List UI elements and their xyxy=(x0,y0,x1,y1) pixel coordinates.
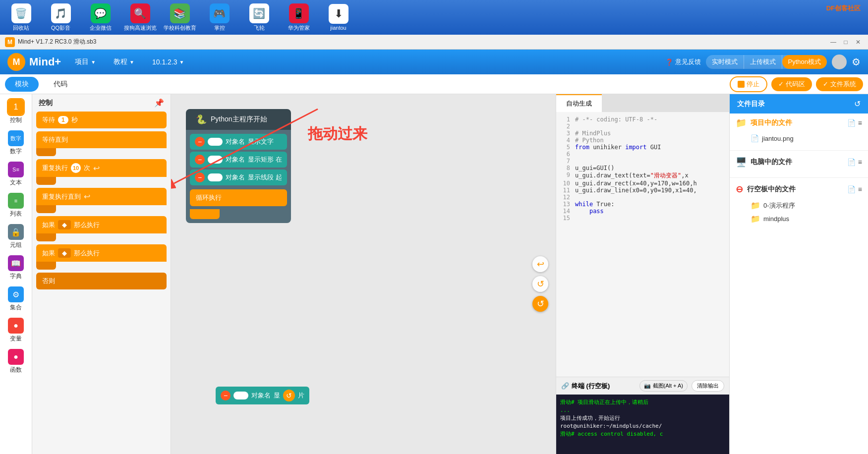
minus-btn-1[interactable]: − xyxy=(195,137,205,147)
cat-dict[interactable]: 📖 字典 xyxy=(2,253,30,283)
folder-item-demo[interactable]: 📁 0-演示程序 xyxy=(736,199,862,212)
terminal-line-3: 项目上传成功，开始运行 xyxy=(560,414,725,422)
upload-to-board-button[interactable]: 📄 xyxy=(847,185,856,193)
computer-menu-button[interactable]: ≡ xyxy=(858,158,862,166)
taskbar-item-sogou[interactable]: 🔍 搜狗高速浏览 xyxy=(124,3,156,32)
cat-number[interactable]: 数字 数字 xyxy=(2,128,30,158)
block-repeat-times[interactable]: 重复执行 10 次 ↩ xyxy=(36,159,167,177)
cat-text[interactable]: S≡ 文本 xyxy=(2,159,30,189)
upload-to-computer-button[interactable]: 📄 xyxy=(847,158,856,166)
block-else[interactable]: 否则 xyxy=(36,273,167,289)
code-line-2: 2 xyxy=(560,123,725,130)
computer-files-title: 🖥️ 电脑中的文件 xyxy=(736,157,792,168)
realtime-mode-button[interactable]: 实时模式 xyxy=(706,55,744,69)
cat-control[interactable]: 1 控制 xyxy=(2,97,30,127)
screenshot-button[interactable]: 📷 截图(Alt + A) xyxy=(639,380,688,392)
code-row-1[interactable]: − 对象名 显示文字 xyxy=(190,134,287,150)
minimize-button[interactable]: — xyxy=(828,37,838,47)
cat-list-label: 列表 xyxy=(10,210,22,218)
upload-to-project-button[interactable]: 📄 xyxy=(847,119,856,127)
project-menu[interactable]: 项目 ▼ xyxy=(71,55,100,69)
cat-var[interactable]: ● 变量 xyxy=(2,315,30,345)
block-if-then2[interactable]: 如果 ◆ 那么执行 xyxy=(36,244,167,262)
taskbar-item-qqmusic[interactable]: 🎵 QQ影音 xyxy=(45,3,77,32)
code-line-4: 4# Python xyxy=(560,137,725,144)
cat-list[interactable]: ≡ 列表 xyxy=(2,190,30,221)
feedback-button[interactable]: ❓ 意见反馈 xyxy=(665,57,701,66)
minus-btn-2[interactable]: − xyxy=(195,155,205,165)
code-line-8: 8u_gui=GUI() xyxy=(560,165,725,171)
terminal-body[interactable]: 滑动# 项目滑动正在上传中，请稍后 ... 项目上传成功，开始运行 root@u… xyxy=(556,395,729,454)
cat-tuple[interactable]: 🔒 元组 xyxy=(2,222,30,252)
taskbar-item-wechat[interactable]: 💬 企业微信 xyxy=(84,3,116,32)
toggle-1[interactable] xyxy=(208,138,223,146)
logo-text: Mind+ xyxy=(29,56,61,68)
taskbar-item-recycle[interactable]: 🗑️ 回收站 xyxy=(5,3,37,32)
check-icon: ✓ xyxy=(778,80,784,88)
cat-func[interactable]: ● 函数 xyxy=(2,346,30,377)
code-row-2[interactable]: − 对象名 显示矩形 在 xyxy=(190,152,287,168)
taskbar-item-jiantou[interactable]: ⬇ jiantou xyxy=(322,4,354,31)
user-avatar[interactable] xyxy=(832,55,847,69)
taskbar-item-flywheel[interactable]: 🔄 飞轮 xyxy=(243,3,275,32)
block-wait-seconds[interactable]: 等待 1 秒 xyxy=(36,112,167,128)
scroll-refresh-button[interactable]: ↺ xyxy=(532,276,548,292)
close-button[interactable]: ✕ xyxy=(853,37,863,47)
board-menu-button[interactable]: ≡ xyxy=(858,185,862,193)
file-item-jiantou[interactable]: 📄 jiantou.png xyxy=(736,132,862,144)
taskbar-item-education[interactable]: 📚 学校科创教育 xyxy=(164,3,196,32)
project-menu-button[interactable]: ≡ xyxy=(858,119,862,127)
workspace[interactable]: 🐍 Python主程序开始 − 对象名 显示文字 − 对象名 显示矩形 在 − xyxy=(171,94,556,454)
toggle-3[interactable] xyxy=(208,173,223,181)
file-system-button[interactable]: ✓ 文件系统 xyxy=(816,77,863,91)
block-repeat-until[interactable]: 重复执行直到 ↩ xyxy=(36,188,167,205)
block-wait-until[interactable]: 等待直到 xyxy=(36,131,167,148)
cat-func-label: 函数 xyxy=(10,366,22,374)
logo-icon: M xyxy=(7,53,25,71)
terminal-line-4: root@unihiker:~/mindplus/cache/ xyxy=(560,423,725,429)
block-if-then[interactable]: 如果 ◆ 那么执行 xyxy=(36,216,167,233)
taskbar-item-huawei[interactable]: 📱 华为管家 xyxy=(283,3,315,32)
upload-mode-button[interactable]: 上传模式 xyxy=(744,55,782,69)
cat-number-icon: 数字 xyxy=(8,130,24,146)
pin-icon[interactable]: 📌 xyxy=(154,98,164,108)
tutorial-menu[interactable]: 教程 ▼ xyxy=(110,55,138,69)
cat-tuple-icon: 🔒 xyxy=(8,224,24,240)
version-menu[interactable]: 10.1.2.3 ▼ xyxy=(148,56,188,68)
code-line-15: 15 xyxy=(560,215,725,222)
code-line-11: 11u_gui.draw_line(x0=0,y0=190,x1=40, xyxy=(560,187,725,194)
board-files-section: ⊖ 行空板中的文件 📄 ≡ 📁 0-演示程序 📁 mindplus xyxy=(730,180,868,229)
code-area-button[interactable]: ✓ 代码区 xyxy=(771,77,812,91)
python-logo: 🐍 xyxy=(196,114,207,125)
loop-block[interactable]: 循环执行 xyxy=(190,189,287,206)
minus-btn-4[interactable]: − xyxy=(221,391,231,400)
cat-set[interactable]: ⚙ 集合 xyxy=(2,284,30,314)
maximize-button[interactable]: □ xyxy=(841,37,851,47)
python-header: 🐍 Python主程序开始 xyxy=(186,109,291,130)
main-area: 1 控制 数字 数字 S≡ 文本 ≡ 列表 🔒 元组 📖 字典 ⚙ 集合 ● xyxy=(0,94,868,454)
auto-gen-tab[interactable]: 自动生成 xyxy=(556,94,602,112)
scroll-icon: ↺ xyxy=(283,390,295,401)
folder-item-mindplus[interactable]: 📁 mindplus xyxy=(736,212,862,226)
toggle-2[interactable] xyxy=(208,156,223,164)
code-editor[interactable]: 1# -*- coding: UTF-8 -*- 2 3# MindPlus 4… xyxy=(556,112,729,377)
file-refresh-button[interactable]: ↺ xyxy=(854,99,861,109)
minus-btn-3[interactable]: − xyxy=(195,172,205,182)
block-if2-bottom xyxy=(36,262,56,270)
python-start-block[interactable]: 🐍 Python主程序开始 − 对象名 显示文字 − 对象名 显示矩形 在 − xyxy=(186,109,291,223)
code-row-4[interactable]: − 对象名 显 ↺ 片 xyxy=(216,387,309,404)
scroll-orange-button[interactable]: ↺ xyxy=(532,296,548,312)
project-files-actions: 📄 ≡ xyxy=(847,119,862,127)
annotation-area: 拖动过来 xyxy=(308,124,367,144)
python-mode-button[interactable]: Python模式 xyxy=(782,55,827,69)
tab-code-button[interactable]: 代码 xyxy=(44,77,77,92)
code-row-3[interactable]: − 对象名 显示线段 起 xyxy=(190,170,287,185)
stop-button[interactable]: 停止 xyxy=(730,76,767,92)
taskbar-item-control[interactable]: 🎮 掌控 xyxy=(203,3,235,32)
toggle-4[interactable] xyxy=(233,392,248,399)
scroll-up-button[interactable]: ↩ xyxy=(532,256,548,272)
settings-button[interactable]: ⚙ xyxy=(852,56,861,68)
clear-output-button[interactable]: 清除输出 xyxy=(692,380,724,392)
tab-block-button[interactable]: 模块 xyxy=(5,77,39,92)
qqmusic-icon: 🎵 xyxy=(51,3,71,23)
